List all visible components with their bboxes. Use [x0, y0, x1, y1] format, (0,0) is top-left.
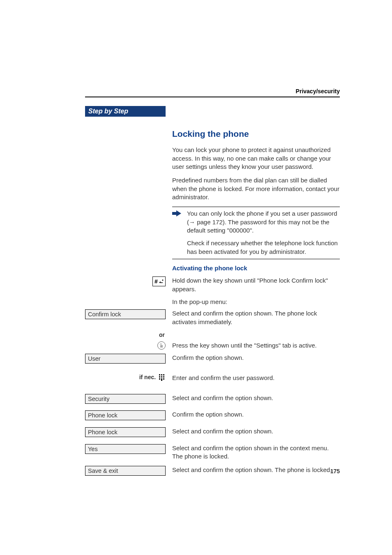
svg-rect-14 [161, 378, 162, 380]
svg-rect-7 [159, 374, 160, 375]
save-exit-desc: Select and confirm the option shown. The… [172, 466, 340, 474]
popup-menu-label: In the pop-up menu: [172, 298, 340, 306]
menu-yes: Yes [85, 444, 166, 454]
note-text-1: You can only lock the phone if you set a… [187, 210, 340, 235]
yes-desc: Select and confirm the option shown in t… [172, 444, 340, 461]
note-text-2: Check if necessary whether the telephone… [187, 239, 340, 256]
menu-user: User [85, 354, 166, 364]
menu-confirm-lock: Confirm lock [85, 309, 166, 319]
phone-lock2-desc: Select and confirm the option shown. [172, 427, 340, 436]
svg-rect-16 [161, 380, 162, 381]
section-header: Privacy/security [296, 88, 340, 94]
paragraph-intro-2: Predefined numbers from the dial plan ca… [172, 176, 340, 202]
settings-key-icon [157, 341, 166, 350]
confirm-lock-desc: Select and confirm the option shown. The… [172, 309, 340, 326]
svg-rect-12 [163, 376, 164, 378]
svg-marker-1 [176, 210, 181, 216]
or-label: or [159, 332, 165, 338]
note-box: You can only lock the phone if you set a… [172, 207, 340, 259]
subheading-activating: Activating the phone lock [172, 264, 340, 273]
svg-rect-15 [163, 378, 164, 380]
menu-save-exit: Save & exit [85, 466, 166, 476]
svg-rect-0 [172, 212, 176, 215]
note-icon [172, 210, 183, 256]
svg-rect-8 [161, 374, 162, 375]
svg-rect-10 [159, 376, 160, 378]
if-nec-desc: Enter and confirm the user password. [172, 374, 340, 382]
menu-security: Security [85, 394, 166, 404]
menu-phone-lock-1: Phone lock [85, 410, 166, 420]
hash-key-instruction: Hold down the key shown until "Phone loc… [172, 276, 340, 293]
svg-point-3 [162, 280, 164, 281]
paragraph-intro-1: You can lock your phone to protect it ag… [172, 146, 340, 171]
svg-rect-13 [159, 378, 160, 380]
menu-phone-lock-2: Phone lock [85, 427, 166, 437]
svg-rect-9 [163, 374, 164, 375]
if-nec-label: if nec. [139, 374, 156, 380]
phone-lock1-desc: Confirm the option shown. [172, 410, 340, 419]
heading-locking-the-phone: Locking the phone [172, 128, 340, 140]
header-rule [85, 97, 340, 97]
page-number: 175 [330, 468, 340, 474]
keypad-icon [159, 374, 165, 381]
security-desc: Select and confirm the option shown. [172, 394, 340, 403]
svg-text:#: # [154, 278, 158, 285]
user-desc: Confirm the option shown. [172, 354, 340, 362]
settings-key-desc: Press the key shown until the "Settings"… [172, 341, 340, 350]
hash-key-icon: # [152, 276, 166, 286]
step-by-step-header: Step by Step [85, 106, 166, 117]
svg-rect-11 [161, 376, 162, 378]
